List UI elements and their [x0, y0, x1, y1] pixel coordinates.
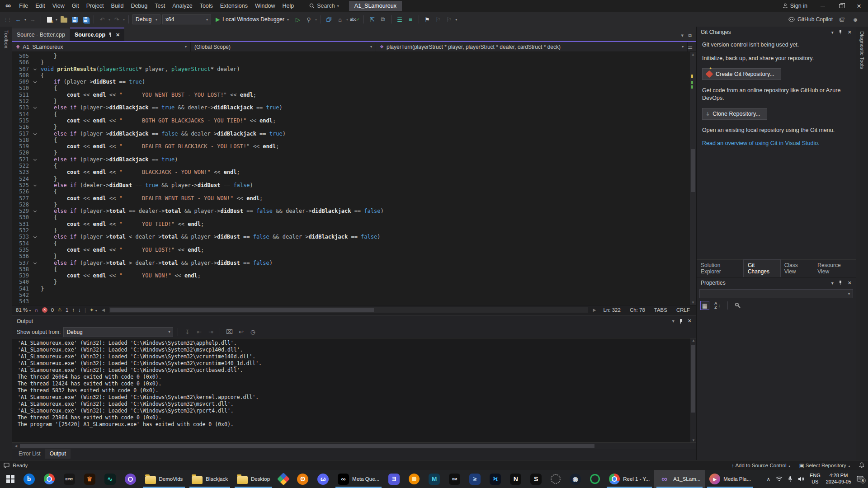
save-icon[interactable] [70, 14, 79, 24]
scrollbar-thumb[interactable] [691, 345, 695, 413]
pin-icon[interactable] [679, 319, 683, 324]
solution-config-dropdown[interactable]: Debug▾ [132, 14, 160, 24]
menu-item-extensions[interactable]: Extensions [217, 1, 251, 10]
menu-item-view[interactable]: View [49, 1, 68, 10]
menu-item-window[interactable]: Window [251, 1, 278, 10]
chevron-down-icon[interactable]: ▾ [672, 319, 675, 324]
github-copilot-button[interactable]: GitHub Copilot [788, 16, 833, 23]
clock[interactable]: 4:28 PM2024-09-05 [826, 473, 851, 485]
git-overview-link[interactable]: Read an overview of using Git in Visual … [702, 140, 820, 146]
folder-desktop[interactable]: Desktop [232, 470, 274, 488]
navigate-forward-icon[interactable]: → [28, 14, 37, 24]
wave-app[interactable]: ∿ [100, 470, 120, 488]
scroll-up-icon[interactable]: ▲ [692, 338, 695, 343]
scrollbar-thumb[interactable] [691, 149, 695, 192]
clear-all-icon[interactable]: ⌧ [225, 327, 234, 337]
scroll-up-icon[interactable]: ▲ [690, 52, 696, 56]
menu-item-analyze[interactable]: Analyze [169, 1, 196, 10]
line-indicator[interactable]: Ln: 322 [601, 307, 623, 313]
fold-margin[interactable] [31, 79, 39, 85]
next-bookmark-icon[interactable]: ⚐ [444, 14, 453, 24]
panel-tab-class-view[interactable]: Class View [780, 260, 814, 277]
fold-margin[interactable] [31, 208, 39, 214]
close-icon[interactable]: ✕ [848, 29, 852, 35]
three-app[interactable]: Ǝ [384, 470, 404, 488]
start-debug-button[interactable]: ▶ Local Windows Debugger ▾ [213, 14, 292, 25]
hscroll-left-icon[interactable]: ◄ [12, 444, 20, 448]
epic-games[interactable]: EPIC [59, 470, 80, 488]
maya[interactable]: M [424, 470, 444, 488]
folder-blackjack[interactable]: Blackjack [187, 470, 232, 488]
output-source-dropdown[interactable]: Debug▾ [63, 327, 173, 337]
output-scrollbar[interactable]: ▲ ▼ [690, 338, 696, 442]
menu-item-help[interactable]: Help [278, 1, 297, 10]
loading-app[interactable] [546, 470, 565, 488]
open-file-icon[interactable] [59, 14, 68, 24]
intellisense-icon[interactable]: ∩ [34, 307, 38, 313]
toolbar-grip[interactable]: ⋮⋮ [4, 17, 11, 22]
pin-icon[interactable] [839, 30, 843, 34]
hscroll-right-icon[interactable]: ► [592, 307, 597, 313]
menu-item-test[interactable]: Test [151, 1, 169, 10]
scroll-down-icon[interactable]: ▼ [690, 300, 696, 305]
search-box[interactable]: Search ▾ [306, 2, 343, 10]
warning-count[interactable]: 1 [66, 307, 68, 313]
menu-item-project[interactable]: Project [83, 1, 108, 10]
editor-scrollbar[interactable]: ▲ ▼ [690, 52, 696, 305]
zoom-dropdown[interactable]: 81 % ▾ [16, 307, 31, 313]
menu-item-tools[interactable]: Tools [196, 1, 217, 10]
timestamp-icon[interactable]: ◷ [248, 327, 257, 337]
volume-icon[interactable] [798, 476, 804, 482]
navigate-back-icon[interactable]: ← [14, 14, 23, 24]
prev-bookmark-icon[interactable]: ⚐ [434, 14, 443, 24]
menu-item-git[interactable]: Git [68, 1, 83, 10]
diagnostic-tools-tab[interactable]: Diagnostic Tools [859, 31, 865, 460]
create-git-repository-button[interactable]: Create Git Repository... [702, 68, 781, 80]
eol-indicator[interactable]: CRLF [674, 307, 693, 313]
close-button[interactable]: ✕ [850, 0, 868, 12]
bolt-app[interactable]: Ϟ [485, 470, 505, 488]
visual-studio-window[interactable]: ∞A1_SLam... [654, 470, 705, 488]
start-button[interactable] [2, 470, 19, 488]
add-to-source-control-button[interactable]: ↑ Add to Source Control ▲ [731, 463, 791, 468]
breadcrumb-member-dropdown[interactable]: ❖ playerTurn(playerStruct * player, play… [376, 42, 688, 52]
folder-demovids[interactable]: DemoVids [141, 470, 188, 488]
next-message-icon[interactable]: ⇥ [206, 327, 215, 337]
menu-item-build[interactable]: Build [108, 1, 127, 10]
tab-source-cpp[interactable]: Source.cpp✕ [70, 28, 124, 41]
steam[interactable]: ◉ [565, 470, 585, 488]
close-icon[interactable]: ✕ [848, 280, 852, 286]
fold-margin[interactable] [31, 66, 39, 72]
panel-tab-output[interactable]: Output [45, 449, 71, 459]
menu-item-debug[interactable]: Debug [127, 1, 151, 10]
output-hscrollbar[interactable]: ◄ [12, 443, 696, 449]
battle-net[interactable]: b [19, 470, 39, 488]
breadcrumb-project-dropdown[interactable]: ⧺ A1_SLamoureux ▾ [12, 42, 191, 52]
code-editor[interactable]: 505 }506}507void printResults(playerStru… [12, 52, 696, 305]
next-issue-icon[interactable]: ↓ [78, 307, 81, 313]
breadcrumb-scope-dropdown[interactable]: (Global Scope) ▾ [191, 42, 376, 52]
tab-source-better-cpp[interactable]: Source - Better.cpp [12, 28, 70, 41]
close-icon[interactable]: ✕ [688, 318, 692, 324]
platform-dropdown[interactable]: x64▾ [162, 14, 211, 24]
green-app[interactable] [585, 470, 604, 488]
output-text[interactable]: 'A1_SLamoureux.exe' (Win32): Loaded 'C:\… [12, 338, 696, 443]
share-icon[interactable]: 🖅 [837, 14, 846, 24]
prev-issue-icon[interactable]: ↑ [72, 307, 75, 313]
menu-item-file[interactable]: File [15, 1, 32, 10]
hidden-icons-chevron[interactable]: ∧ [767, 476, 770, 482]
fold-margin[interactable] [31, 182, 39, 188]
comment-lines-icon[interactable]: ≡ [406, 14, 415, 24]
error-count[interactable]: 0 [51, 307, 54, 313]
new-file-icon[interactable] [45, 14, 54, 24]
discord[interactable]: ω [313, 470, 333, 488]
game-app[interactable]: ♛ [80, 470, 100, 488]
pin-icon[interactable] [839, 281, 843, 285]
chrome[interactable] [39, 470, 59, 488]
toolbox-tab[interactable]: Toolbox [4, 30, 9, 460]
redo-icon[interactable]: ↷ [112, 14, 121, 24]
notifications-bell-icon[interactable] [859, 462, 864, 468]
start-without-debugging-icon[interactable]: ▷ [293, 14, 302, 24]
chevron-down-icon[interactable]: ▾ [831, 281, 834, 286]
fold-margin[interactable] [31, 131, 39, 137]
